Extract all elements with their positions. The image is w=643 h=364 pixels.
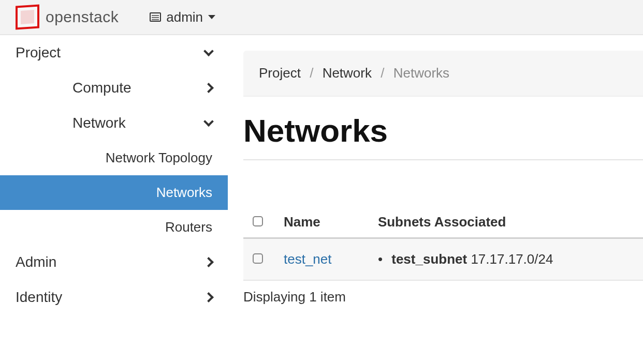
sidebar-label: Network Topology <box>106 150 212 166</box>
chevron-right-icon <box>203 292 214 302</box>
sidebar-item-network[interactable]: Network <box>0 105 228 141</box>
chevron-right-icon <box>203 257 214 267</box>
subnet-cidr: 17.17.17.0/24 <box>471 251 553 267</box>
select-all-checkbox[interactable] <box>253 216 263 226</box>
sidebar-item-networks[interactable]: Networks <box>0 175 228 210</box>
bullet-icon: • <box>378 251 383 267</box>
topbar: openstack admin <box>0 0 643 35</box>
chevron-right-icon <box>203 83 214 93</box>
page-title: Networks <box>243 112 643 149</box>
sidebar-item-compute[interactable]: Compute <box>0 70 228 105</box>
sidebar-item-routers[interactable]: Routers <box>0 210 228 245</box>
breadcrumb-sep: / <box>381 65 384 81</box>
list-icon <box>150 12 161 22</box>
caret-down-icon <box>208 15 215 19</box>
column-subnets[interactable]: Subnets Associated <box>369 207 643 238</box>
breadcrumb-item[interactable]: Project <box>259 65 301 81</box>
column-name[interactable]: Name <box>274 207 369 238</box>
main-content: Project / Network / Networks Networks Na… <box>228 35 643 326</box>
table-footer: Displaying 1 item <box>243 289 643 305</box>
brand[interactable]: openstack <box>16 5 119 29</box>
sidebar-label: Identity <box>16 289 62 306</box>
network-name-link[interactable]: test_net <box>284 251 332 267</box>
chevron-down-icon <box>203 46 214 56</box>
sidebar-item-network-topology[interactable]: Network Topology <box>0 141 228 175</box>
breadcrumb: Project / Network / Networks <box>243 51 643 97</box>
sidebar: Project Compute Network Network Topology… <box>0 35 228 326</box>
project-switcher[interactable]: admin <box>150 9 215 25</box>
sidebar-label: Networks <box>156 185 212 201</box>
sidebar-label: Compute <box>72 80 131 96</box>
sidebar-item-project[interactable]: Project <box>0 35 228 70</box>
networks-table: Name Subnets Associated test_net • test_… <box>243 207 643 281</box>
breadcrumb-current: Networks <box>393 65 449 81</box>
subnet-name: test_subnet <box>391 251 467 267</box>
project-switcher-label: admin <box>166 9 203 25</box>
divider <box>243 159 643 160</box>
sidebar-label: Routers <box>165 219 212 235</box>
sidebar-label: Admin <box>16 254 56 270</box>
breadcrumb-sep: / <box>310 65 313 81</box>
breadcrumb-item[interactable]: Network <box>323 65 372 81</box>
table-row: test_net • test_subnet 17.17.17.0/24 <box>243 238 643 281</box>
brand-text: openstack <box>46 8 119 26</box>
sidebar-label: Project <box>16 44 61 61</box>
row-checkbox[interactable] <box>253 253 263 264</box>
sidebar-item-admin[interactable]: Admin <box>0 245 228 280</box>
sidebar-label: Network <box>72 115 126 131</box>
chevron-down-icon <box>203 116 214 127</box>
sidebar-item-identity[interactable]: Identity <box>0 280 228 315</box>
openstack-logo-icon <box>16 4 39 29</box>
